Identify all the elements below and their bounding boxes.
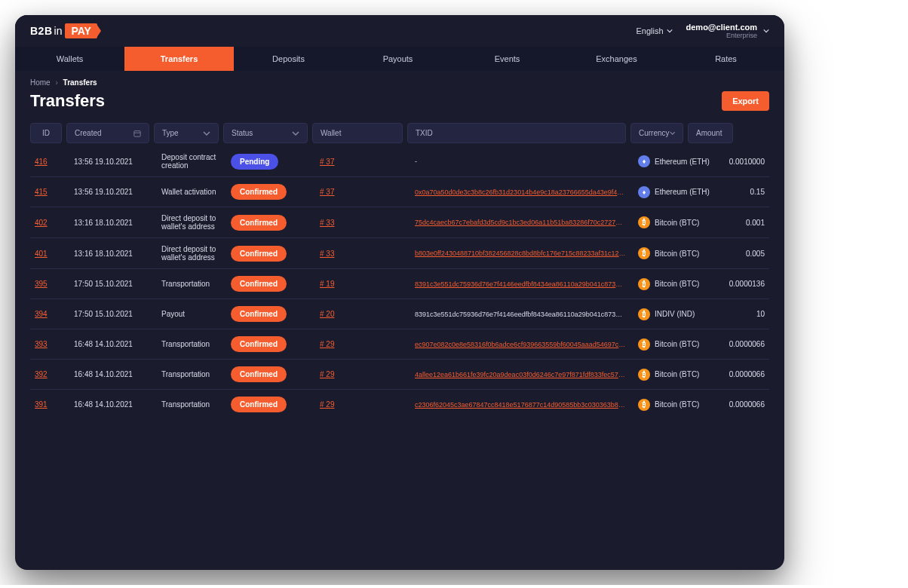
logo-pay: PAY: [65, 23, 97, 38]
chevron-right-icon: ›: [55, 78, 57, 87]
created-cell: 17:50 15.10.2021: [69, 269, 157, 299]
transfer-id-link[interactable]: 394: [35, 310, 48, 318]
currency-label: Bitcoin (BTC): [655, 219, 699, 227]
transfer-id-link[interactable]: 393: [35, 340, 48, 348]
language-selector[interactable]: English: [636, 26, 672, 35]
filter-wallet[interactable]: Wallet: [312, 123, 403, 143]
currency-label: Bitcoin (BTC): [655, 250, 699, 258]
eth-icon: ♦: [638, 186, 650, 198]
currency-cell: ₿Bitcoin (BTC): [638, 338, 712, 351]
status-badge: Confirmed: [231, 276, 287, 292]
nav-events[interactable]: Events: [452, 47, 562, 71]
filter-created-label: Created: [75, 129, 102, 137]
amount-cell: 0.15: [716, 177, 769, 207]
type-cell: Payout: [157, 299, 226, 329]
eth-icon: ♦: [638, 155, 650, 167]
currency-cell: ₿Bitcoin (BTC): [638, 278, 712, 290]
status-badge: Confirmed: [231, 366, 287, 382]
export-button[interactable]: Export: [722, 91, 769, 111]
wallet-link[interactable]: # 29: [320, 340, 334, 348]
status-badge: Confirmed: [231, 215, 287, 231]
btc-icon: ₿: [638, 369, 650, 381]
transfer-id-link[interactable]: 395: [35, 280, 48, 288]
breadcrumb-current: Transfers: [63, 78, 97, 87]
filter-id[interactable]: ID: [30, 123, 62, 143]
table-row: 39417:50 15.10.2021PayoutConfirmed# 2083…: [30, 299, 769, 329]
btc-icon: ₿: [638, 216, 650, 228]
currency-label: Ethereum (ETH): [655, 188, 710, 196]
type-cell: Direct deposit to wallet's address: [157, 207, 226, 238]
status-badge: Confirmed: [231, 184, 287, 200]
type-cell: Deposit contract creation: [157, 146, 226, 177]
wallet-link[interactable]: # 29: [320, 400, 334, 409]
breadcrumb-home[interactable]: Home: [30, 78, 51, 87]
txid-link[interactable]: 0x0a70a50d0de3c3b8c26fb31d23014b4e9c18a2…: [415, 188, 626, 196]
status-badge: Pending: [231, 154, 278, 170]
txid-link[interactable]: 75dc4caecb67c7ebafd3d5cd9c1bc3ed06a11b51…: [415, 219, 626, 226]
nav-rates[interactable]: Rates: [671, 47, 781, 71]
wallet-link[interactable]: # 33: [320, 250, 334, 258]
currency-label: Bitcoin (BTC): [655, 340, 699, 348]
txid-link[interactable]: b803e0ff2430488710bf382456828c8bd8bfc176…: [415, 250, 626, 257]
filter-wallet-label: Wallet: [321, 129, 341, 137]
table-row: 39316:48 14.10.2021TransportationConfirm…: [30, 329, 769, 360]
currency-label: Bitcoin (BTC): [655, 400, 699, 409]
transfer-id-link[interactable]: 392: [35, 370, 48, 378]
nav-exchanges[interactable]: Exchanges: [562, 47, 671, 71]
transfer-id-link[interactable]: 402: [35, 219, 48, 227]
wallet-link[interactable]: # 29: [320, 370, 334, 378]
created-cell: 16:48 14.10.2021: [69, 390, 157, 420]
chevron-down-icon: [670, 130, 675, 137]
chevron-down-icon: [292, 130, 299, 137]
chevron-down-icon[interactable]: [763, 28, 769, 34]
currency-label: Bitcoin (BTC): [655, 370, 699, 378]
currency-cell: ₿INDIV (IND): [638, 308, 712, 320]
filter-txid[interactable]: TXID: [407, 123, 626, 143]
filter-type[interactable]: Type: [154, 123, 219, 143]
amount-cell: 0.0000136: [716, 269, 769, 299]
wallet-link[interactable]: # 19: [320, 280, 334, 288]
type-cell: Transportation: [157, 360, 226, 390]
page-header: Transfers Export: [15, 87, 784, 123]
transfer-id-link[interactable]: 415: [35, 188, 48, 196]
currency-label: Ethereum (ETH): [655, 158, 710, 166]
breadcrumb: Home › Transfers: [15, 71, 784, 87]
user-tier: Enterprise: [726, 32, 757, 39]
filter-currency[interactable]: Currency: [630, 123, 683, 143]
nav-transfers[interactable]: Transfers: [124, 47, 234, 71]
wallet-link[interactable]: # 33: [320, 219, 334, 227]
wallet-link[interactable]: # 20: [320, 310, 334, 318]
txid-link[interactable]: 8391c3e551dc75936d76e7f4146eedfbf8434ea8…: [415, 280, 626, 288]
filter-created[interactable]: Created: [66, 123, 149, 143]
amount-cell: 10: [716, 299, 769, 329]
txid-link[interactable]: c2306f62045c3ae67847cc8418e5176877c14d90…: [415, 401, 626, 409]
btc-icon: ₿: [638, 399, 650, 411]
transfer-id-link[interactable]: 401: [35, 250, 48, 258]
filter-amount: Amount: [688, 123, 733, 143]
logo-b2b: B2B: [30, 25, 53, 37]
table-row: 39517:50 15.10.2021TransportationConfirm…: [30, 269, 769, 299]
txid-link[interactable]: ec907e082c0e8e58316f0b6adce6cf939663559b…: [415, 341, 626, 348]
created-cell: 13:56 19.10.2021: [69, 177, 157, 207]
nav-wallets[interactable]: Wallets: [15, 47, 124, 71]
calendar-icon: [133, 130, 141, 137]
btc-icon: ₿: [638, 338, 650, 351]
user-info[interactable]: demo@client.com Enterprise: [686, 23, 757, 39]
txid-link[interactable]: 4allee12ea61b661fe39fc20a9deac03f0d6246c…: [415, 371, 626, 378]
wallet-link[interactable]: # 37: [320, 158, 334, 166]
filter-status[interactable]: Status: [223, 123, 308, 143]
status-badge: Confirmed: [231, 397, 287, 412]
amount-cell: 0.0010000: [716, 146, 769, 177]
status-badge: Confirmed: [231, 246, 287, 262]
txid-link: 8391c3e551dc75936d76e7f4146eedfbf8434ea8…: [415, 311, 626, 318]
transfer-id-link[interactable]: 391: [35, 400, 48, 409]
created-cell: 16:48 14.10.2021: [69, 360, 157, 390]
status-badge: Confirmed: [231, 306, 287, 322]
nav-payouts[interactable]: Payouts: [343, 47, 452, 71]
created-cell: 13:16 18.10.2021: [69, 238, 157, 269]
transfer-id-link[interactable]: 416: [35, 158, 48, 166]
nav-deposits[interactable]: Deposits: [234, 47, 343, 71]
type-cell: Transportation: [157, 269, 226, 299]
amount-cell: 0.005: [716, 238, 769, 269]
wallet-link[interactable]: # 37: [320, 188, 334, 196]
